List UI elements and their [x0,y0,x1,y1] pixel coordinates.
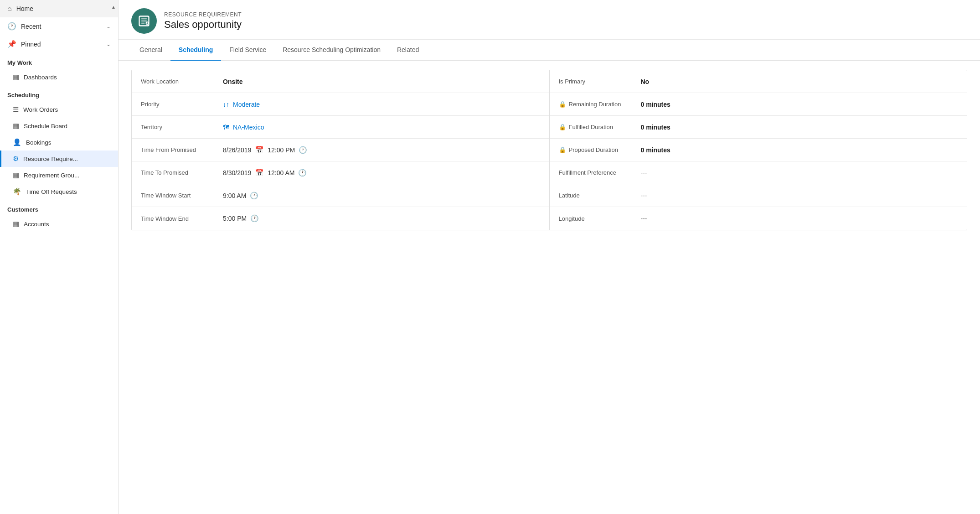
chevron-icon: ⌄ [106,23,111,30]
lock-icon: 🔒 [559,124,566,130]
sidebar-nav-label-recent: Recent [21,23,41,30]
field-label-time-window-end: Time Window End [141,215,223,222]
map-icon: 🗺 [223,124,229,131]
tabs-bar: GeneralSchedulingField ServiceResource S… [119,40,980,61]
field-value-territory[interactable]: 🗺 NA-Mexico [223,124,540,131]
time-group-time-window-start: 9:00 AM 🕐 [223,192,258,200]
sidebar-item-resource-requirements[interactable]: ⚙ Resource Require... [0,151,118,167]
datetime-group-time-to-promised: 8/30/2019 📅 12:00 AM 🕐 [223,168,307,177]
field-row-latitude: Latitude --- [550,184,967,207]
field-label-priority: Priority [141,101,223,108]
clock-icon[interactable]: 🕐 [250,214,259,223]
sidebar-item-label-time-off-requests: Time Off Requests [26,188,77,195]
time-value-time-window-end: 5:00 PM [223,215,247,222]
field-row-territory: Territory 🗺 NA-Mexico [132,116,549,139]
clock-icon[interactable]: 🕐 [250,192,258,200]
field-row-proposed-duration: 🔒 Proposed Duration 0 minutes [550,139,967,161]
field-value-longitude: --- [641,215,958,222]
bookings-icon: 👤 [13,138,21,146]
work-orders-icon: ☰ [13,105,19,114]
field-value-latitude: --- [641,192,958,199]
sidebar-item-bookings[interactable]: 👤 Bookings [0,134,118,151]
recent-icon: 🕐 [7,22,16,31]
field-row-time-window-end: Time Window End 5:00 PM 🕐 [132,207,549,230]
dashboards-icon: ▦ [13,73,19,81]
tab-related[interactable]: Related [389,40,427,61]
field-label-work-location: Work Location [141,78,223,85]
calendar-icon[interactable]: 📅 [255,145,264,154]
field-row-longitude: Longitude --- [550,207,967,230]
sidebar-item-work-orders[interactable]: ☰ Work Orders [0,101,118,118]
field-label-remaining-duration: 🔒 Remaining Duration [559,101,641,108]
section-label-scheduling: Scheduling [0,85,118,101]
sidebar-nav-recent[interactable]: 🕐 Recent ⌄ [0,17,118,35]
field-label-territory: Territory [141,124,223,130]
sort-icon: ↓↑ [223,101,229,108]
clock-icon[interactable]: 🕐 [299,146,307,154]
field-row-is-primary: Is Primary No [550,70,967,93]
tab-field-service[interactable]: Field Service [221,40,274,61]
sidebar-scroll-up[interactable]: ▲ [109,0,118,14]
time-group-time-window-end: 5:00 PM 🕐 [223,214,259,223]
form-content: Work Location Onsite Priority ↓↑ Moderat… [119,61,980,514]
section-label-my-work: My Work [0,53,118,69]
field-row-fulfillment-preference: Fulfillment Preference --- [550,161,967,184]
tab-general[interactable]: General [131,40,170,61]
field-label-proposed-duration: 🔒 Proposed Duration [559,146,641,153]
main-content: RESOURCE REQUIREMENT Sales opportunity G… [119,0,980,514]
sidebar-nav-label-home: Home [16,5,33,12]
sidebar-item-label-resource-requirements: Resource Require... [23,156,78,162]
field-value-fulfillment-preference: --- [641,169,958,177]
time-value-time-to-promised: 12:00 AM [268,169,294,177]
section-label-customers: Customers [0,200,118,216]
record-name: Sales opportunity [164,19,242,31]
date-value-time-to-promised: 8/30/2019 [223,169,251,177]
field-label-is-primary: Is Primary [559,78,641,85]
sidebar-item-label-work-orders: Work Orders [23,106,58,113]
schedule-board-icon: ▦ [13,122,19,130]
record-type: RESOURCE REQUIREMENT [164,11,242,18]
accounts-icon: ▦ [13,220,19,228]
resource-requirement-icon [138,15,150,27]
field-value-fulfilled-duration: 0 minutes [641,124,958,131]
tab-scheduling[interactable]: Scheduling [170,40,221,61]
sidebar-nav-home[interactable]: ⌂ Home [0,0,118,17]
field-row-time-to-promised: Time To Promised 8/30/2019 📅 12:00 AM 🕐 [132,161,549,184]
field-row-fulfilled-duration: 🔒 Fulfilled Duration 0 minutes [550,116,967,139]
record-title-block: RESOURCE REQUIREMENT Sales opportunity [164,11,242,31]
form-section: Work Location Onsite Priority ↓↑ Moderat… [131,70,967,230]
field-row-priority: Priority ↓↑ Moderate [132,93,549,116]
field-value-work-location: Onsite [223,78,540,85]
sidebar-item-label-accounts: Accounts [24,221,49,228]
calendar-icon[interactable]: 📅 [255,168,264,177]
pinned-icon: 📌 [7,40,16,48]
sidebar-item-schedule-board[interactable]: ▦ Schedule Board [0,118,118,134]
record-header: RESOURCE REQUIREMENT Sales opportunity [119,0,980,40]
sidebar-item-time-off-requests[interactable]: 🌴 Time Off Requests [0,183,118,200]
field-label-time-from-promised: Time From Promised [141,146,223,153]
field-value-priority[interactable]: ↓↑ Moderate [223,101,540,108]
sidebar-item-label-dashboards: Dashboards [24,74,57,81]
tab-resource-scheduling-optimization[interactable]: Resource Scheduling Optimization [274,40,389,61]
sidebar-nav-label-pinned: Pinned [21,41,41,48]
field-label-time-window-start: Time Window Start [141,192,223,199]
field-label-latitude: Latitude [559,192,641,199]
field-label-longitude: Longitude [559,215,641,222]
form-left-col: Work Location Onsite Priority ↓↑ Moderat… [132,70,549,230]
time-off-requests-icon: 🌴 [13,187,21,196]
sidebar-item-requirement-groups[interactable]: ▦ Requirement Grou... [0,167,118,183]
requirement-groups-icon: ▦ [13,171,19,179]
sidebar-nav-pinned[interactable]: 📌 Pinned ⌄ [0,35,118,53]
field-row-time-from-promised: Time From Promised 8/26/2019 📅 12:00 PM … [132,139,549,161]
clock-icon[interactable]: 🕐 [298,169,307,177]
field-label-fulfillment-preference: Fulfillment Preference [559,169,641,176]
home-icon: ⌂ [7,5,12,13]
sidebar-item-dashboards[interactable]: ▦ Dashboards [0,69,118,85]
field-row-work-location: Work Location Onsite [132,70,549,93]
form-right-col: Is Primary No 🔒 Remaining Duration 0 min… [549,70,967,230]
sidebar-item-accounts[interactable]: ▦ Accounts [0,216,118,232]
field-label-fulfilled-duration: 🔒 Fulfilled Duration [559,124,641,130]
datetime-group-time-from-promised: 8/26/2019 📅 12:00 PM 🕐 [223,145,307,154]
sidebar-item-label-bookings: Bookings [26,139,52,146]
resource-requirements-icon: ⚙ [13,155,19,163]
